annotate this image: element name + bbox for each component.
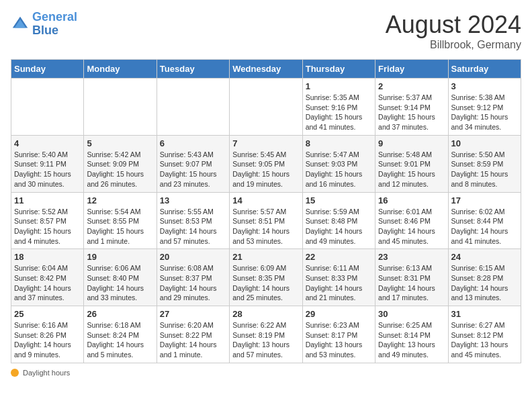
day-info: Sunrise: 6:27 AM Sunset: 8:12 PM Dayligh… (451, 320, 518, 360)
calendar-header-row: Sunday Monday Tuesday Wednesday Thursday… (11, 60, 521, 79)
title-area: August 2024 Billbrook, Germany (386, 11, 521, 51)
day-number: 11 (14, 195, 81, 205)
calendar-cell: 8Sunrise: 5:47 AM Sunset: 9:03 PM Daylig… (302, 135, 375, 192)
day-number: 4 (14, 138, 81, 148)
calendar-cell: 1Sunrise: 5:35 AM Sunset: 9:16 PM Daylig… (302, 79, 375, 136)
day-info: Sunrise: 6:02 AM Sunset: 8:44 PM Dayligh… (451, 207, 518, 246)
calendar-week-3: 11Sunrise: 5:52 AM Sunset: 8:57 PM Dayli… (11, 192, 521, 249)
calendar-cell: 6Sunrise: 5:43 AM Sunset: 9:07 PM Daylig… (157, 135, 229, 192)
day-info: Sunrise: 5:43 AM Sunset: 9:07 PM Dayligh… (160, 150, 226, 189)
page-header: General Blue August 2024 Billbrook, Germ… (11, 11, 521, 51)
daylight-label: Daylight hours (23, 369, 70, 377)
day-number: 21 (232, 252, 299, 262)
day-number: 30 (378, 309, 445, 319)
day-info: Sunrise: 6:06 AM Sunset: 8:40 PM Dayligh… (87, 263, 153, 303)
day-number: 27 (160, 309, 226, 319)
day-info: Sunrise: 5:42 AM Sunset: 9:09 PM Dayligh… (87, 150, 153, 189)
day-info: Sunrise: 5:38 AM Sunset: 9:12 PM Dayligh… (451, 93, 518, 132)
logo-text: General Blue (32, 11, 77, 38)
day-number: 8 (306, 138, 372, 148)
col-friday: Friday (375, 60, 448, 79)
day-info: Sunrise: 6:18 AM Sunset: 8:24 PM Dayligh… (87, 320, 153, 360)
calendar-cell: 30Sunrise: 6:25 AM Sunset: 8:14 PM Dayli… (375, 306, 448, 363)
day-info: Sunrise: 6:20 AM Sunset: 8:22 PM Dayligh… (160, 320, 226, 360)
day-number: 6 (160, 138, 226, 148)
day-info: Sunrise: 6:16 AM Sunset: 8:26 PM Dayligh… (14, 320, 81, 360)
day-info: Sunrise: 6:25 AM Sunset: 8:14 PM Dayligh… (378, 320, 445, 360)
day-number: 2 (378, 81, 445, 91)
day-number: 17 (451, 195, 518, 205)
day-info: Sunrise: 6:13 AM Sunset: 8:31 PM Dayligh… (378, 263, 445, 303)
calendar-cell: 15Sunrise: 5:59 AM Sunset: 8:48 PM Dayli… (302, 192, 375, 249)
calendar-cell: 25Sunrise: 6:16 AM Sunset: 8:26 PM Dayli… (11, 306, 84, 363)
calendar-week-5: 25Sunrise: 6:16 AM Sunset: 8:26 PM Dayli… (11, 306, 521, 363)
day-info: Sunrise: 5:40 AM Sunset: 9:11 PM Dayligh… (14, 150, 81, 189)
calendar-cell: 9Sunrise: 5:48 AM Sunset: 9:01 PM Daylig… (375, 135, 448, 192)
day-number: 12 (87, 195, 153, 205)
calendar-cell: 16Sunrise: 6:01 AM Sunset: 8:46 PM Dayli… (375, 192, 448, 249)
day-number: 22 (306, 252, 372, 262)
day-info: Sunrise: 5:45 AM Sunset: 9:05 PM Dayligh… (232, 150, 299, 189)
day-number: 23 (378, 252, 445, 262)
day-number: 18 (14, 252, 81, 262)
day-info: Sunrise: 6:09 AM Sunset: 8:35 PM Dayligh… (232, 263, 299, 303)
sun-icon (11, 369, 19, 377)
calendar-cell: 12Sunrise: 5:54 AM Sunset: 8:55 PM Dayli… (84, 192, 157, 249)
day-info: Sunrise: 6:11 AM Sunset: 8:33 PM Dayligh… (306, 263, 372, 303)
day-info: Sunrise: 6:23 AM Sunset: 8:17 PM Dayligh… (306, 320, 372, 360)
day-number: 31 (451, 309, 518, 319)
calendar-cell: 14Sunrise: 5:57 AM Sunset: 8:51 PM Dayli… (230, 192, 302, 249)
calendar-cell: 4Sunrise: 5:40 AM Sunset: 9:11 PM Daylig… (11, 135, 84, 192)
col-sunday: Sunday (11, 60, 84, 79)
calendar-cell: 7Sunrise: 5:45 AM Sunset: 9:05 PM Daylig… (230, 135, 302, 192)
calendar-week-2: 4Sunrise: 5:40 AM Sunset: 9:11 PM Daylig… (11, 135, 521, 192)
day-info: Sunrise: 5:47 AM Sunset: 9:03 PM Dayligh… (306, 150, 372, 189)
calendar-cell: 31Sunrise: 6:27 AM Sunset: 8:12 PM Dayli… (448, 306, 521, 363)
calendar-cell: 17Sunrise: 6:02 AM Sunset: 8:44 PM Dayli… (448, 192, 521, 249)
calendar-cell: 13Sunrise: 5:55 AM Sunset: 8:53 PM Dayli… (157, 192, 229, 249)
calendar-table: Sunday Monday Tuesday Wednesday Thursday… (11, 59, 521, 363)
calendar-cell: 11Sunrise: 5:52 AM Sunset: 8:57 PM Dayli… (11, 192, 84, 249)
calendar-cell: 19Sunrise: 6:06 AM Sunset: 8:40 PM Dayli… (84, 249, 157, 306)
day-number: 26 (87, 309, 153, 319)
day-info: Sunrise: 5:54 AM Sunset: 8:55 PM Dayligh… (87, 207, 153, 246)
calendar-cell: 5Sunrise: 5:42 AM Sunset: 9:09 PM Daylig… (84, 135, 157, 192)
calendar-cell: 27Sunrise: 6:20 AM Sunset: 8:22 PM Dayli… (157, 306, 229, 363)
day-number: 3 (451, 81, 518, 91)
day-info: Sunrise: 5:37 AM Sunset: 9:14 PM Dayligh… (378, 93, 445, 132)
day-number: 14 (232, 195, 299, 205)
calendar-cell: 20Sunrise: 6:08 AM Sunset: 8:37 PM Dayli… (157, 249, 229, 306)
day-info: Sunrise: 6:08 AM Sunset: 8:37 PM Dayligh… (160, 263, 226, 303)
location: Billbrook, Germany (386, 39, 521, 51)
calendar-week-4: 18Sunrise: 6:04 AM Sunset: 8:42 PM Dayli… (11, 249, 521, 306)
day-number: 5 (87, 138, 153, 148)
day-number: 16 (378, 195, 445, 205)
day-info: Sunrise: 6:01 AM Sunset: 8:46 PM Dayligh… (378, 207, 445, 246)
day-number: 7 (232, 138, 299, 148)
month-title: August 2024 (386, 11, 521, 39)
calendar-cell (11, 79, 84, 136)
day-number: 20 (160, 252, 226, 262)
day-number: 10 (451, 138, 518, 148)
col-saturday: Saturday (448, 60, 521, 79)
calendar-cell: 10Sunrise: 5:50 AM Sunset: 8:59 PM Dayli… (448, 135, 521, 192)
day-info: Sunrise: 5:57 AM Sunset: 8:51 PM Dayligh… (232, 207, 299, 246)
calendar-week-1: 1Sunrise: 5:35 AM Sunset: 9:16 PM Daylig… (11, 79, 521, 136)
calendar-cell: 26Sunrise: 6:18 AM Sunset: 8:24 PM Dayli… (84, 306, 157, 363)
day-number: 19 (87, 252, 153, 262)
day-info: Sunrise: 5:50 AM Sunset: 8:59 PM Dayligh… (451, 150, 518, 189)
calendar-cell: 21Sunrise: 6:09 AM Sunset: 8:35 PM Dayli… (230, 249, 302, 306)
calendar-cell: 23Sunrise: 6:13 AM Sunset: 8:31 PM Dayli… (375, 249, 448, 306)
col-monday: Monday (84, 60, 157, 79)
calendar-cell: 2Sunrise: 5:37 AM Sunset: 9:14 PM Daylig… (375, 79, 448, 136)
calendar-cell (157, 79, 229, 136)
calendar-cell (84, 79, 157, 136)
day-number: 24 (451, 252, 518, 262)
day-number: 1 (306, 81, 372, 91)
day-number: 29 (306, 309, 372, 319)
day-number: 9 (378, 138, 445, 148)
day-info: Sunrise: 5:55 AM Sunset: 8:53 PM Dayligh… (160, 207, 226, 246)
day-number: 28 (232, 309, 299, 319)
col-tuesday: Tuesday (157, 60, 229, 79)
calendar-cell (230, 79, 302, 136)
